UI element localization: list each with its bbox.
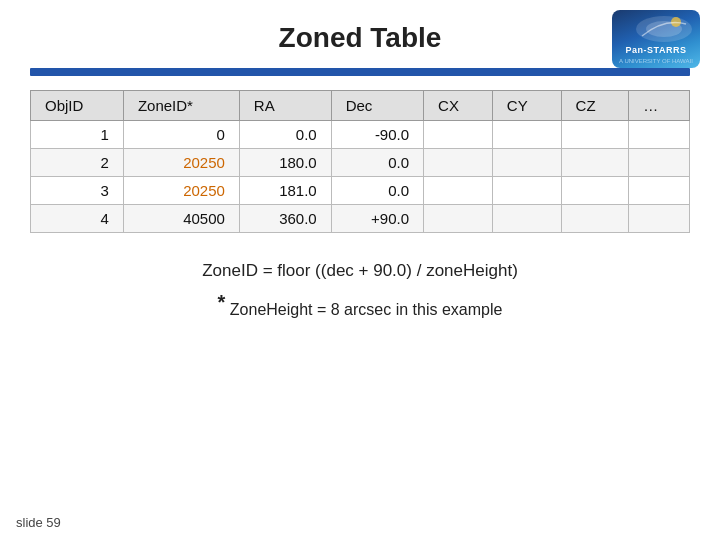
blue-bar	[30, 68, 690, 76]
logo: Pan-STARRS A UNIVERSITY OF HAWAII	[612, 10, 702, 70]
table-cell: 0.0	[331, 177, 423, 205]
table-row: 100.0-90.0	[31, 121, 690, 149]
table-cell	[492, 121, 561, 149]
slide-number: slide 59	[16, 515, 61, 530]
table-cell: 3	[31, 177, 124, 205]
formula-text: ZoneID = floor ((dec + 90.0) / zoneHeigh…	[30, 261, 690, 281]
col-header-ra: RA	[239, 91, 331, 121]
table-cell: 40500	[123, 205, 239, 233]
table-cell	[424, 205, 493, 233]
col-header-dots: …	[629, 91, 690, 121]
table-cell	[424, 177, 493, 205]
table-row: 320250181.00.0	[31, 177, 690, 205]
table-container: ObjID ZoneID* RA Dec CX CY CZ … 100.0-90…	[30, 90, 690, 233]
table-cell	[629, 177, 690, 205]
table-cell: 360.0	[239, 205, 331, 233]
table-cell	[561, 121, 629, 149]
table-cell: 2	[31, 149, 124, 177]
table-cell	[629, 149, 690, 177]
table-cell	[629, 121, 690, 149]
table-cell: 4	[31, 205, 124, 233]
formula-section: ZoneID = floor ((dec + 90.0) / zoneHeigh…	[30, 261, 690, 319]
table-cell: 20250	[123, 177, 239, 205]
table-cell: 181.0	[239, 177, 331, 205]
table-cell: +90.0	[331, 205, 423, 233]
table-cell	[492, 177, 561, 205]
table-cell: 180.0	[239, 149, 331, 177]
col-header-cz: CZ	[561, 91, 629, 121]
table-header-row: ObjID ZoneID* RA Dec CX CY CZ …	[31, 91, 690, 121]
formula-note-text: ZoneHeight = 8 arcsec in this example	[225, 301, 502, 318]
col-header-cy: CY	[492, 91, 561, 121]
table-cell	[424, 121, 493, 149]
table-cell	[561, 205, 629, 233]
col-header-dec: Dec	[331, 91, 423, 121]
table-cell: 0	[123, 121, 239, 149]
table-cell: 0.0	[239, 121, 331, 149]
table-cell	[629, 205, 690, 233]
col-header-objid: ObjID	[31, 91, 124, 121]
col-header-zoneid: ZoneID*	[123, 91, 239, 121]
col-header-cx: CX	[424, 91, 493, 121]
table-cell: 0.0	[331, 149, 423, 177]
table-row: 220250180.00.0	[31, 149, 690, 177]
table-row: 440500360.0+90.0	[31, 205, 690, 233]
logo-subtitle: A UNIVERSITY OF HAWAII	[619, 58, 693, 68]
table-cell	[492, 149, 561, 177]
formula-note: * ZoneHeight = 8 arcsec in this example	[30, 291, 690, 319]
table-cell: 1	[31, 121, 124, 149]
table-cell	[561, 149, 629, 177]
table-cell: 20250	[123, 149, 239, 177]
table-cell	[492, 205, 561, 233]
zoned-table: ObjID ZoneID* RA Dec CX CY CZ … 100.0-90…	[30, 90, 690, 233]
table-cell	[424, 149, 493, 177]
table-cell	[561, 177, 629, 205]
table-cell: -90.0	[331, 121, 423, 149]
